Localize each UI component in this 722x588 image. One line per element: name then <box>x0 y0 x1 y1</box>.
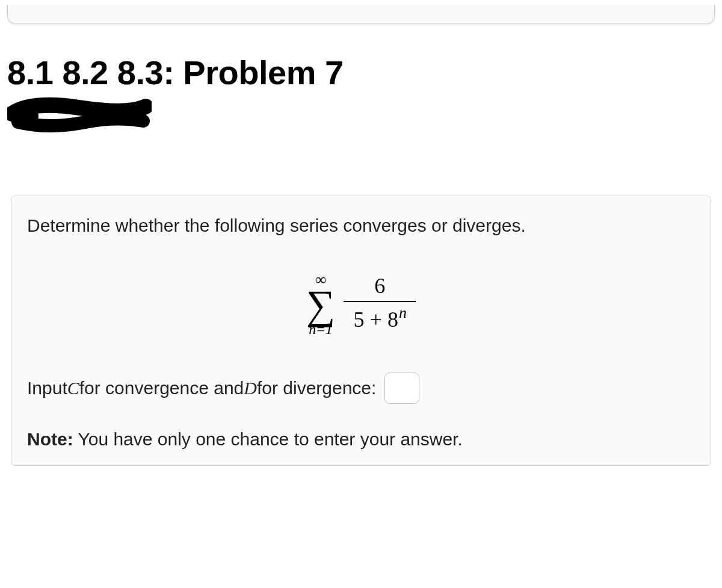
fraction: 6 5 + 8n <box>344 273 416 332</box>
problem-prompt: Determine whether the following series c… <box>27 215 695 236</box>
svg-point-0 <box>10 104 39 128</box>
series-expression: ∞ ∑ n=1 6 5 + 8n <box>27 265 695 336</box>
sigma-symbol: ∑ <box>306 286 335 323</box>
answer-text-mid1: for convergence and <box>79 378 244 398</box>
problem-box: Determine whether the following series c… <box>11 196 711 466</box>
sigma-block: ∞ ∑ n=1 <box>306 272 335 336</box>
note-label: Note: <box>27 429 73 449</box>
answer-c-var: C <box>67 378 79 398</box>
sigma-lower-bound: n=1 <box>309 322 333 336</box>
note-text: You have only one chance to enter your a… <box>73 429 463 449</box>
answer-input[interactable] <box>384 373 419 404</box>
answer-line: Input C for convergence and D for diverg… <box>27 373 695 404</box>
top-toolbar-remnant <box>7 5 715 24</box>
answer-text-mid2: for divergence: <box>257 378 376 398</box>
denominator: 5 + 8n <box>350 302 410 333</box>
page-title: 8.1 8.2 8.3: Problem 7 <box>7 53 715 92</box>
answer-d-var: D <box>244 378 257 398</box>
answer-text-prefix: Input <box>27 378 67 398</box>
numerator: 6 <box>374 273 385 300</box>
note-line: Note: You have only one chance to enter … <box>27 429 695 450</box>
redaction-mark <box>7 96 152 135</box>
